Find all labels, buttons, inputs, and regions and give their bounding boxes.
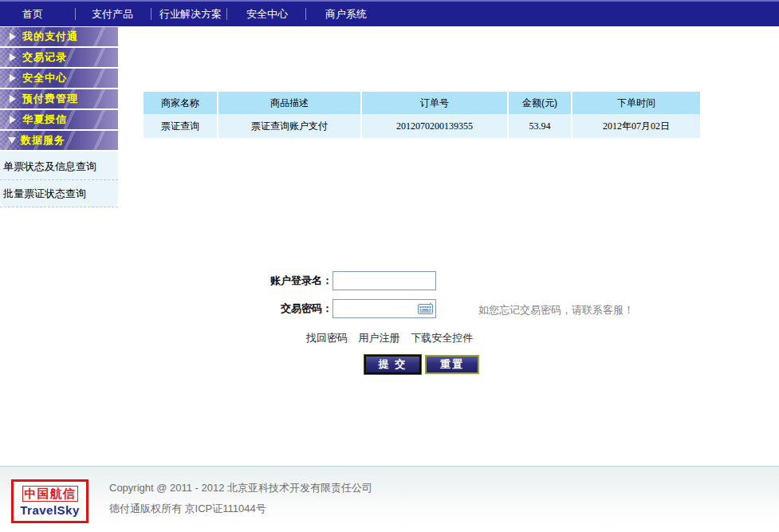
forgot-password-hint: 如您忘记交易密码，请联系客服！ [478,303,634,317]
nav-divider [75,8,76,20]
sidebar-item-label: 华夏授信 [22,112,67,127]
order-table-header-row: 商家名称 商品描述 订单号 金额(元) 下单时间 [144,92,700,114]
button-row: 提 交 重置 [364,355,479,374]
register-link[interactable]: 用户注册 [359,332,400,344]
nav-divider [226,8,227,20]
arrow-right-icon [10,95,16,103]
nav-item-products[interactable]: 支付产品 [92,7,133,22]
reset-button[interactable]: 重置 [425,355,479,374]
login-row: 账户登录名： [229,271,436,290]
top-nav: 首页 支付产品 行业解决方案 安全中心 商户系统 [0,0,779,26]
sidebar-item-huaxia-credit[interactable]: 华夏授信 [0,110,118,129]
logo-english-text: TravelSky [20,503,80,517]
download-security-control-link[interactable]: 下载安全控件 [411,332,473,344]
sidebar-item-label: 我的支付通 [22,30,78,44]
password-input-wrap [332,299,436,318]
sidebar-item-label: 预付费管理 [22,92,78,106]
table-row: 票证查询 票证查询账户支付 2012070200139355 53.94 201… [144,114,700,138]
retrieve-password-link[interactable]: 找回密码 [306,332,348,344]
sidebar-item-my-payment[interactable]: 我的支付通 [0,27,118,46]
nav-item-security[interactable]: 安全中心 [246,7,288,22]
login-name-label: 账户登录名： [229,274,332,288]
sidebar: 我的支付通 交易记录 安全中心 预付费管理 华夏授信 数据服务 单票状态及信息查… [0,27,118,152]
submenu-item-batch-ticket-status[interactable]: 批量票证状态查询 [0,180,118,207]
footer-text: Copyright @ 2011 - 2012 北京亚科技术开发有限责任公司 德… [109,478,372,519]
nav-item-solutions[interactable]: 行业解决方案 [159,7,222,22]
sidebar-item-label: 交易记录 [22,50,67,65]
col-header-order-no: 订单号 [361,92,508,114]
travelsky-logo: 中国航信 TravelSky [11,479,89,523]
arrow-right-icon [10,33,16,41]
sidebar-item-security-center[interactable]: 安全中心 [0,69,118,88]
cell-order-no: 2012070200139355 [361,114,508,138]
arrow-right-icon [10,53,16,61]
nav-item-merchant[interactable]: 商户系统 [325,7,367,22]
col-header-merchant: 商家名称 [144,92,218,114]
col-header-amount: 金额(元) [508,92,572,114]
sidebar-item-label: 安全中心 [22,71,67,85]
col-header-description: 商品描述 [218,92,361,114]
cell-description: 票证查询账户支付 [218,114,361,138]
arrow-right-icon [10,74,16,82]
order-table: 商家名称 商品描述 订单号 金额(元) 下单时间 票证查询 票证查询账户支付 2… [144,92,700,138]
sidebar-item-data-services[interactable]: 数据服务 [0,131,118,150]
arrow-right-icon [10,116,16,124]
nav-divider [305,8,306,20]
cell-merchant: 票证查询 [144,114,218,138]
submenu-item-single-ticket-status[interactable]: 单票状态及信息查询 [0,153,118,180]
logo-chinese-text: 中国航信 [22,486,78,502]
nav-item-home[interactable]: 首页 [22,7,43,22]
footer: 中国航信 TravelSky Copyright @ 2011 - 2012 北… [0,466,779,532]
data-services-submenu: 单票状态及信息查询 批量票证状态查询 [0,152,118,207]
sidebar-item-prepaid[interactable]: 预付费管理 [0,89,118,108]
sidebar-item-transactions[interactable]: 交易记录 [0,48,118,67]
keyboard-icon[interactable] [418,302,433,314]
sidebar-item-label: 数据服务 [21,133,65,148]
cell-order-time: 2012年07月02日 [572,114,700,138]
arrow-down-icon [8,137,16,144]
trade-password-label: 交易密码： [229,301,332,316]
nav-divider [151,8,151,20]
submit-button[interactable]: 提 交 [364,355,421,374]
cell-amount: 53.94 [508,114,572,138]
license-line: 德付通版权所有 京ICP证111044号 [109,499,372,519]
col-header-order-time: 下单时间 [572,92,700,114]
password-row: 交易密码： [229,299,436,318]
copyright-line: Copyright @ 2011 - 2012 北京亚科技术开发有限责任公司 [109,478,372,499]
payment-page: 首页 支付产品 行业解决方案 安全中心 商户系统 我的支付通 交易记录 安全中心… [0,0,779,532]
login-name-input[interactable] [332,271,436,290]
helper-links: 找回密码 用户注册 下载安全控件 [0,331,779,345]
